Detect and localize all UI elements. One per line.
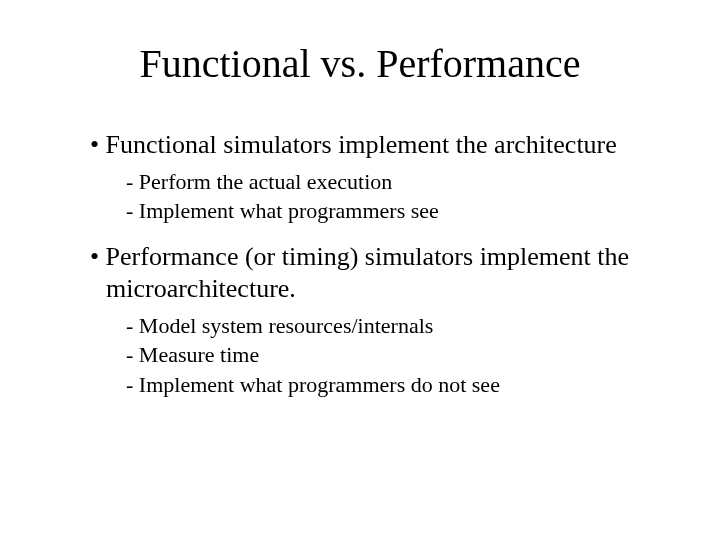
subbullet-text: Implement what programmers do not see	[139, 372, 500, 397]
slide-title: Functional vs. Performance	[0, 0, 720, 117]
bullet-text: Functional simulators implement the arch…	[106, 130, 617, 159]
subbullet-text: Implement what programmers see	[139, 198, 439, 223]
bullet-l2: - Model system resources/internals	[126, 312, 660, 340]
subbullet-text: Perform the actual execution	[139, 169, 393, 194]
bullet-l2: - Perform the actual execution	[126, 168, 660, 196]
bullet-l2: - Implement what programmers see	[126, 197, 660, 225]
slide-body: • Functional simulators implement the ar…	[0, 129, 720, 398]
subbullet-text: Model system resources/internals	[139, 313, 434, 338]
bullet-l2: - Implement what programmers do not see	[126, 371, 660, 399]
bullet-l1: • Performance (or timing) simulators imp…	[90, 241, 660, 306]
bullet-group: • Functional simulators implement the ar…	[90, 129, 660, 225]
slide: Functional vs. Performance • Functional …	[0, 0, 720, 540]
bullet-l1: • Functional simulators implement the ar…	[90, 129, 660, 162]
subbullet-text: Measure time	[139, 342, 259, 367]
bullet-l2: - Measure time	[126, 341, 660, 369]
bullet-group: • Performance (or timing) simulators imp…	[90, 241, 660, 399]
bullet-text: Performance (or timing) simulators imple…	[106, 242, 629, 304]
